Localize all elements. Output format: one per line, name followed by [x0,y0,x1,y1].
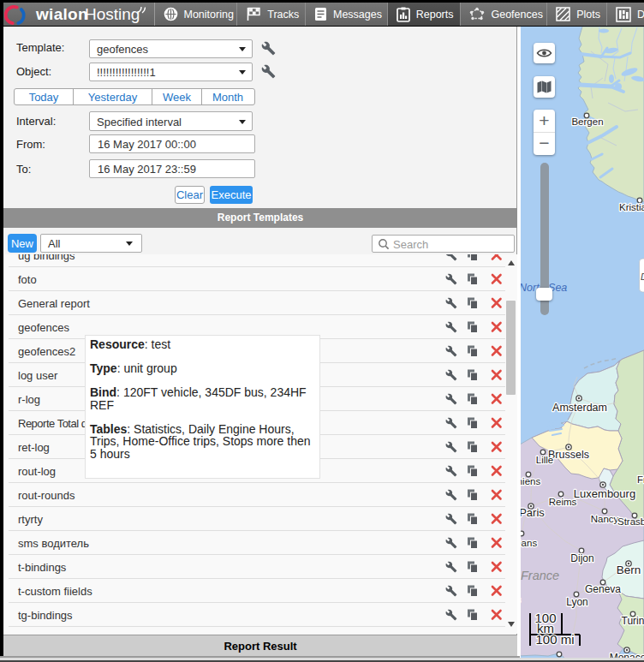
svg-text:Orléans: Orléans [521,538,537,548]
svg-text:Strasbourg: Strasbourg [617,516,644,527]
svg-text:Luxembourg: Luxembourg [574,487,635,500]
svg-text:Lille: Lille [536,455,553,465]
svg-text:Dijon: Dijon [570,552,593,564]
svg-text:Reims: Reims [549,497,577,507]
svg-text:100 mi: 100 mi [535,632,574,647]
svg-text:Geneva: Geneva [585,583,621,595]
svg-text:Nancy: Nancy [591,514,619,524]
svg-text:Amsterdam: Amsterdam [552,402,607,414]
svg-text:Bergen: Bergen [571,116,603,127]
svg-text:Amiens: Amiens [521,476,540,486]
svg-text:D: D [641,271,644,282]
svg-text:Brussels: Brussels [548,449,589,461]
svg-text:France: France [521,569,559,582]
svg-text:Lyon: Lyon [566,596,588,608]
svg-text:Kristiansand: Kristiansand [619,202,644,212]
svg-text:Frankfurt: Frankfurt [637,474,644,485]
svg-text:Bern: Bern [617,564,641,576]
svg-text:Paris: Paris [521,506,545,519]
svg-text:Turin: Turin [622,615,644,627]
